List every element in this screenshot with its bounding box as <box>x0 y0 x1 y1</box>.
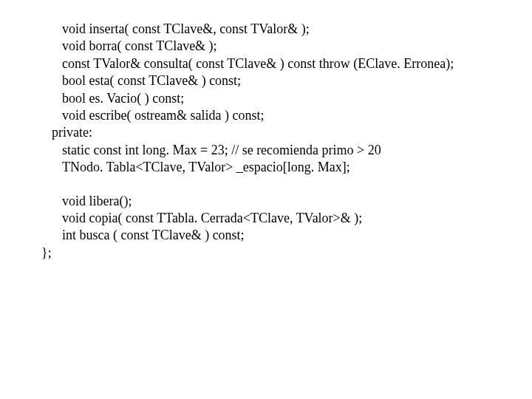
code-line: }; <box>41 245 517 262</box>
blank-line <box>41 177 517 193</box>
code-line: static const int long. Max = 23; // se r… <box>41 142 517 159</box>
code-line: TNodo. Tabla<TClave, TValor> _espacio[lo… <box>41 159 517 176</box>
code-line: const TValor& consulta( const TClave& ) … <box>41 55 517 72</box>
code-line: int busca ( const TClave& ) const; <box>41 227 517 244</box>
code-line: void libera(); <box>41 193 517 210</box>
code-line: bool esta( const TClave& ) const; <box>41 72 517 89</box>
code-line: void borra( const TClave& ); <box>41 38 517 55</box>
code-line: void inserta( const TClave&, const TValo… <box>41 21 517 38</box>
code-line: private: <box>41 124 517 141</box>
code-listing: void inserta( const TClave&, const TValo… <box>0 0 532 276</box>
code-line: bool es. Vacio( ) const; <box>41 90 517 107</box>
code-line: void copia( const TTabla. Cerrada<TClave… <box>41 210 517 227</box>
code-line: void escribe( ostream& salida ) const; <box>41 107 517 124</box>
